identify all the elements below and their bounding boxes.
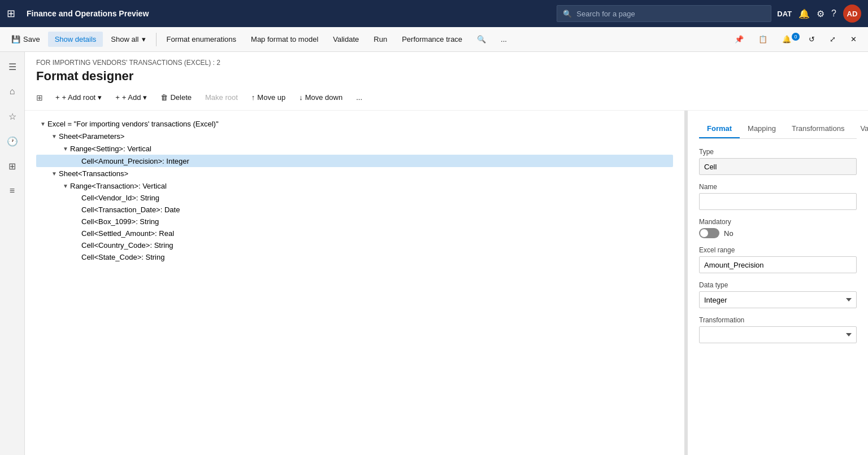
- filter-icon[interactable]: ⊞: [36, 93, 43, 102]
- type-label: Type: [699, 148, 857, 156]
- close-button[interactable]: ✕: [844, 32, 863, 47]
- notification-icon[interactable]: 🔔: [798, 8, 810, 19]
- right-panel: Format Mapping Transformations Validatio…: [687, 111, 868, 455]
- tree-label-cell-state: Cell<State_Code>: String: [81, 253, 164, 261]
- search-placeholder: Search for a page: [576, 10, 635, 18]
- tree-area: ▼ Excel = "For importing vendors' transa…: [25, 111, 684, 455]
- validate-button[interactable]: Validate: [326, 32, 366, 47]
- mandatory-toggle[interactable]: [699, 228, 719, 238]
- tree-node-sheet-params[interactable]: ▼ Sheet<Parameters>: [36, 130, 673, 142]
- sidebar-favorites-icon[interactable]: ☆: [2, 106, 23, 126]
- save-button[interactable]: 💾 Save: [5, 32, 47, 47]
- action-bar: ⊞ + + Add root ▾ + + Add ▾ 🗑 Delete Make…: [25, 90, 868, 111]
- tree-label-cell-settled: Cell<Settled_Amount>: Real: [81, 229, 174, 238]
- data-type-field-group: Data type Integer String Real Date Boole…: [699, 281, 857, 308]
- tree-node-range-setting[interactable]: ▼ Range<Setting>: Vertical: [36, 142, 673, 155]
- tree-toggle-range-setting[interactable]: ▼: [61, 144, 70, 153]
- tree-label-sheet-params: Sheet<Parameters>: [59, 132, 124, 141]
- sidebar-list-icon[interactable]: ≡: [2, 181, 23, 201]
- tree-panel-layout: ▼ Excel = "For importing vendors' transa…: [25, 111, 868, 455]
- notification-count-button[interactable]: 🔔0: [775, 32, 801, 47]
- add-root-icon: +: [55, 93, 60, 102]
- add-root-chevron: ▾: [98, 93, 102, 102]
- transformation-select[interactable]: [699, 326, 857, 343]
- tree-label-cell-box: Cell<Box_1099>: String: [81, 217, 159, 226]
- tree-label-excel: Excel = "For importing vendors' transact…: [47, 120, 219, 128]
- show-details-button[interactable]: Show details: [48, 32, 103, 47]
- sidebar-recent-icon[interactable]: 🕐: [2, 131, 23, 151]
- tree-node-cell-trans-date[interactable]: Cell<Transaction_Date>: Date: [36, 204, 673, 216]
- settings-icon[interactable]: ⚙: [817, 8, 824, 19]
- add-icon: +: [115, 93, 120, 102]
- tree-label-cell-trans-date: Cell<Transaction_Date>: Date: [81, 205, 180, 214]
- data-type-label: Data type: [699, 281, 857, 289]
- copy-button[interactable]: 📋: [752, 32, 774, 47]
- excel-range-field-group: Excel range: [699, 246, 857, 273]
- tree-toggle-excel[interactable]: ▼: [38, 119, 47, 128]
- tree-node-cell-box[interactable]: Cell<Box_1099>: String: [36, 216, 673, 228]
- more-toolbar-button[interactable]: ...: [494, 32, 514, 47]
- tree-node-excel[interactable]: ▼ Excel = "For importing vendors' transa…: [36, 117, 673, 130]
- excel-range-input[interactable]: [699, 256, 857, 273]
- mandatory-field-group: Mandatory No: [699, 218, 857, 238]
- save-icon: 💾: [11, 35, 20, 43]
- pin-button[interactable]: 📌: [728, 32, 750, 47]
- separator-1: [156, 33, 157, 46]
- name-input[interactable]: [699, 193, 857, 210]
- move-down-icon: ↓: [299, 93, 303, 102]
- help-icon[interactable]: ?: [831, 8, 836, 19]
- tree-node-cell-amount[interactable]: Cell<Amount_Precision>: Integer: [36, 155, 673, 167]
- performance-trace-button[interactable]: Performance trace: [395, 32, 469, 47]
- search-toolbar-button[interactable]: 🔍: [470, 32, 493, 47]
- search-bar[interactable]: 🔍 Search for a page: [557, 5, 771, 22]
- grid-menu-icon[interactable]: ⊞: [7, 7, 15, 20]
- main-layout: ☰ ⌂ ☆ 🕐 ⊞ ≡ FOR IMPORTING VENDORS' TRANS…: [0, 52, 868, 455]
- tree-toggle-sheet-trans[interactable]: ▼: [50, 169, 59, 178]
- type-field-group: Type: [699, 148, 857, 175]
- breadcrumb: FOR IMPORTING VENDORS' TRANSACTIONS (EXC…: [36, 59, 857, 67]
- tree-label-cell-vendor: Cell<Vendor_Id>: String: [81, 194, 159, 202]
- tree-node-cell-vendor[interactable]: Cell<Vendor_Id>: String: [36, 192, 673, 204]
- move-down-button[interactable]: ↓ Move down: [293, 90, 348, 104]
- make-root-button[interactable]: Make root: [199, 90, 244, 104]
- move-up-icon: ↑: [251, 93, 255, 102]
- sidebar-home-icon[interactable]: ⌂: [2, 81, 23, 102]
- tree-label-cell-country: Cell<Country_Code>: String: [81, 241, 173, 250]
- mandatory-label: Mandatory: [699, 218, 857, 226]
- top-bar: ⊞ Finance and Operations Preview 🔍 Searc…: [0, 0, 868, 27]
- tree-node-cell-settled[interactable]: Cell<Settled_Amount>: Real: [36, 228, 673, 239]
- tree-toggle-cell-amount: [72, 156, 81, 165]
- add-chevron: ▾: [143, 93, 147, 102]
- show-all-button[interactable]: Show all ▾: [104, 32, 152, 47]
- tree-node-cell-state[interactable]: Cell<State_Code>: String: [36, 251, 673, 263]
- transformation-label: Transformation: [699, 316, 857, 324]
- transformation-field-group: Transformation: [699, 316, 857, 343]
- more-action-button[interactable]: ...: [350, 90, 368, 104]
- tree-node-range-transaction[interactable]: ▼ Range<Transaction>: Vertical: [36, 180, 673, 192]
- open-new-window-button[interactable]: ⤢: [823, 32, 843, 47]
- tab-format[interactable]: Format: [699, 120, 740, 138]
- search-toolbar-icon: 🔍: [477, 35, 486, 43]
- add-button[interactable]: + + Add ▾: [110, 90, 153, 104]
- tree-node-cell-country[interactable]: Cell<Country_Code>: String: [36, 239, 673, 251]
- sidebar-menu-icon[interactable]: ☰: [2, 56, 23, 77]
- run-button[interactable]: Run: [367, 32, 394, 47]
- tree-toggle-range-transaction[interactable]: ▼: [61, 181, 70, 190]
- type-input[interactable]: [699, 158, 857, 175]
- avatar[interactable]: AD: [843, 5, 861, 23]
- tab-transformations[interactable]: Transformations: [784, 120, 852, 138]
- delete-button[interactable]: 🗑 Delete: [155, 90, 197, 104]
- refresh-button[interactable]: ↺: [802, 32, 822, 47]
- tree-node-sheet-trans[interactable]: ▼ Sheet<Transactions>: [36, 167, 673, 180]
- add-root-button[interactable]: + + Add root ▾: [50, 90, 107, 104]
- tab-mapping[interactable]: Mapping: [740, 120, 784, 138]
- show-all-chevron-icon: ▾: [142, 35, 146, 43]
- move-up-button[interactable]: ↑ Move up: [246, 90, 291, 104]
- format-enumerations-button[interactable]: Format enumerations: [160, 32, 244, 47]
- tab-validations[interactable]: Validations: [852, 120, 868, 138]
- data-type-select[interactable]: Integer String Real Date Boolean: [699, 291, 857, 308]
- sidebar-workspaces-icon[interactable]: ⊞: [2, 156, 23, 176]
- tree-toggle-sheet-params[interactable]: ▼: [50, 132, 59, 141]
- map-format-to-model-button[interactable]: Map format to model: [244, 32, 325, 47]
- name-label: Name: [699, 183, 857, 191]
